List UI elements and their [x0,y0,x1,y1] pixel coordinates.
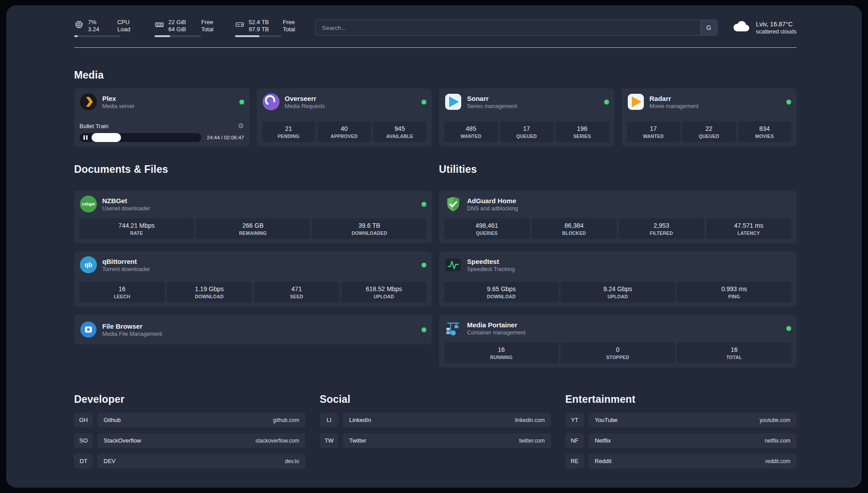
nzbget-icon: nzbget [79,195,97,213]
disk-total-label: Total [283,26,302,33]
stat-tile: 0 STOPPED [561,343,675,363]
disk-free-label: Free [283,19,302,25]
status-dot [421,263,426,267]
service-title: Radarr [650,95,699,102]
status-dot [421,100,426,104]
filebrowser-icon [79,321,97,338]
stat-tile: 16 RUNNING [444,343,559,363]
service-card-filebrowser[interactable]: File Browser Media File Management [74,315,432,344]
service-subtitle: Usenet downloader [102,205,150,212]
stat-tile: 9.65 Gbps DOWNLOAD [444,282,559,302]
service-card-sonarr[interactable]: Sonarr Series management 485 WANTED 17 Q… [439,88,614,146]
service-subtitle: Speedtest Tracking [467,266,515,272]
disk-total-value: 97.9 TB [249,26,275,33]
status-dot [786,100,791,104]
service-subtitle: Media server [102,103,134,109]
service-card-adguard[interactable]: AdGuard Home DNS and adblocking 498,461 … [439,191,797,243]
bookmark-link-stackoverflow[interactable]: StackOverflow stackoverflow.com [97,433,305,448]
bookmark-abbr: SO [74,433,93,448]
service-subtitle: Media File Management [102,331,162,337]
disk-progress-bar [235,35,281,37]
bookmark-abbr: YT [565,413,584,427]
bookmark-link-youtube[interactable]: YouTube youtube.com [588,413,797,427]
cpu-load-label: Load [117,26,141,33]
pause-icon[interactable] [83,135,88,140]
service-title: Overseerr [285,95,325,102]
bookmark-link-reddit[interactable]: Reddit reddit.com [588,454,797,468]
cpu-usage-value: 7% [88,19,110,25]
status-dot [239,100,244,104]
service-card-overseerr[interactable]: Overseerr Media Requests 21 PENDING 40 A… [257,88,432,146]
stat-tile: 196 SERIES [555,121,609,142]
screen: 7% CPU 3.24 Load 22 GiB Free 64 GiB Tota… [0,0,868,493]
section-heading-utilities: Utilities [439,163,797,175]
section-documents-files: Documents & Files nzbget NZBGet Usenet d… [74,163,432,368]
stat-tile: 1.19 Gbps DOWNLOAD [167,282,252,302]
speedtest-icon [444,256,462,274]
section-utilities: Utilities AdGuard Home DNS and adblockin… [439,163,797,368]
stat-tile: 266 GB REMAINING [196,218,310,239]
service-title: Media Portainer [467,321,526,329]
disk-free-value: 52.4 TB [249,19,275,25]
search-engine-button[interactable]: G [700,20,717,35]
disk-monitor: 52.4 TB Free 97.9 TB Total [235,19,302,37]
bookmark-group-developer: Developer GH Github github.com SO StackO… [74,393,305,474]
bookmark-link-dev[interactable]: DEV dev.to [97,454,305,468]
stat-tile: 618.52 Mbps UPLOAD [342,282,427,302]
service-card-portainer[interactable]: Media Portainer Container management 16 … [439,315,797,368]
service-card-radarr[interactable]: Radarr Movie management 17 WANTED 22 QUE… [622,88,797,146]
dashboard-panel: 7% CPU 3.24 Load 22 GiB Free 64 GiB Tota… [6,5,862,488]
stat-tile: 16 LEECH [79,282,165,302]
bookmark-link-linkedin[interactable]: LinkedIn linkedin.com [343,413,551,427]
search-bar: G [315,20,718,36]
cloud-icon [731,20,751,35]
service-title: NZBGet [102,197,150,205]
stat-tile: 471 SEED [254,282,339,302]
bookmark-row-linkedin: LI LinkedIn linkedin.com [320,413,551,427]
bookmark-row-netflix: NF Netflix netflix.com [565,433,797,448]
ram-free-label: Free [201,19,221,25]
settings-gear-icon[interactable]: ⚙ [238,122,244,130]
plex-now-playing: Bullet Train ⚙ 24:44 / 02:06:47 [79,122,244,142]
cpu-monitor: 7% CPU 3.24 Load [74,19,141,37]
service-subtitle: DNS and adblocking [467,205,518,212]
sonarr-icon [444,93,462,111]
playback-progress-bar[interactable] [79,133,201,142]
service-title: Sonarr [467,95,517,102]
bookmark-abbr: LI [320,413,338,427]
bookmark-row-dev: DT DEV dev.to [74,454,305,468]
plex-icon [79,93,97,111]
topbar-divider [74,47,797,48]
status-dot [421,202,426,207]
status-dot [421,327,426,332]
service-card-nzbget[interactable]: nzbget NZBGet Usenet downloader 744.21 M… [74,191,432,243]
adguard-icon [444,195,462,213]
bookmark-row-stackoverflow: SO StackOverflow stackoverflow.com [74,433,305,448]
stat-tile: 0.993 ms PING [677,282,791,302]
overseerr-icon [262,93,280,111]
service-title: qBittorrent [102,258,150,265]
stat-tile: 485 WANTED [444,121,498,142]
service-subtitle: Series management [467,103,517,109]
status-dot [604,100,609,104]
section-heading-documents: Documents & Files [74,163,432,175]
stat-tile: 744.21 Mbps RATE [79,218,194,239]
service-card-plex[interactable]: Plex Media server Bullet Train ⚙ [74,88,250,146]
service-card-qbittorrent[interactable]: qb qBittorrent Torrent downloader 16 LEE… [74,251,432,307]
bookmark-group-social: Social LI LinkedIn linkedin.com TW Twitt… [320,393,551,454]
portainer-icon [444,319,462,337]
stat-tile: 498,461 QUERIES [444,218,530,239]
bookmark-link-github[interactable]: Github github.com [97,413,305,427]
stat-tile: 17 QUEUED [500,121,554,142]
search-input[interactable] [316,20,700,35]
service-card-speedtest[interactable]: Speedtest Speedtest Tracking 9.65 Gbps D… [439,251,797,307]
bookmark-link-netflix[interactable]: Netflix netflix.com [588,433,797,448]
bookmark-link-twitter[interactable]: Twitter twitter.com [343,433,551,448]
weather-condition: scattered clouds [756,29,797,35]
stat-tile: 39.6 TB DOWNLOADED [312,218,426,239]
radarr-icon [627,93,645,111]
bookmark-row-youtube: YT YouTube youtube.com [565,413,797,427]
stat-tile: 40 APPROVED [317,121,371,142]
stat-tile: 2,953 FILTERED [619,218,704,239]
service-title: AdGuard Home [467,197,518,205]
